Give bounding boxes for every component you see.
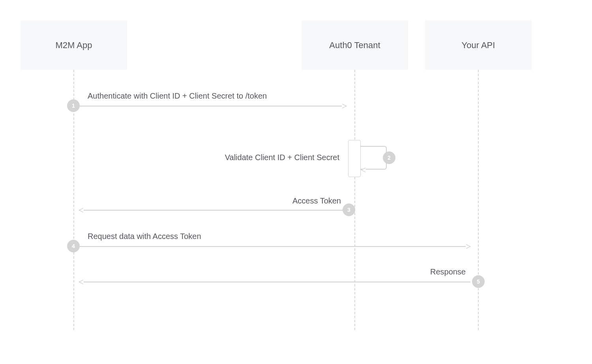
message-label-step3: Access Token (292, 196, 341, 205)
arrow-step1 (79, 106, 347, 106)
arrow-step4 (79, 246, 470, 247)
participant-label: Auth0 Tenant (329, 40, 380, 50)
step-number: 3 (347, 207, 350, 213)
message-label-step2: Validate Client ID + Client Secret (225, 153, 339, 162)
step-number: 1 (72, 103, 75, 109)
step-number: 5 (477, 278, 480, 285)
lifeline-api (478, 70, 479, 330)
message-label-step1: Authenticate with Client ID + Client Sec… (88, 91, 267, 101)
arrow-step5 (79, 282, 470, 282)
sequence-diagram: M2M App Auth0 Tenant Your API Authentica… (0, 0, 592, 364)
participant-your-api: Your API (425, 21, 532, 70)
step-badge-2: 2 (383, 151, 395, 164)
step-number: 2 (388, 155, 391, 161)
step-badge-5: 5 (472, 275, 485, 288)
message-label-step4: Request data with Access Token (88, 232, 201, 241)
step-badge-3: 3 (343, 203, 355, 216)
activation-auth0 (348, 140, 361, 177)
step-badge-4: 4 (67, 240, 80, 252)
lifeline-auth0 (354, 70, 355, 330)
participant-m2m-app: M2M App (21, 21, 127, 70)
step-number: 4 (72, 243, 75, 249)
arrow-step3 (79, 210, 347, 211)
message-label-step5: Response (430, 267, 466, 276)
participant-auth0-tenant: Auth0 Tenant (302, 21, 408, 70)
step-badge-1: 1 (67, 99, 80, 112)
participant-label: M2M App (56, 40, 92, 50)
participant-label: Your API (462, 40, 495, 50)
